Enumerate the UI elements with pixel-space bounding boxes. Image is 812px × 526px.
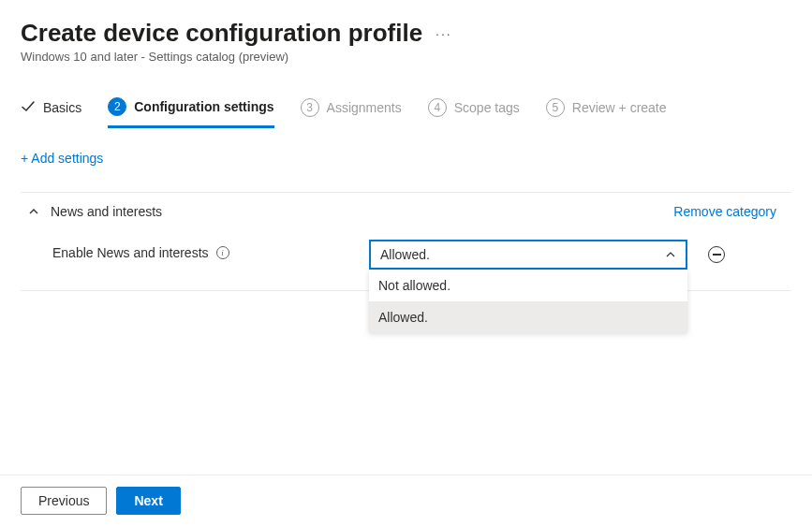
previous-button[interactable]: Previous: [21, 487, 107, 515]
wizard-step-configuration-settings[interactable]: 2 Configuration settings: [108, 97, 273, 128]
wizard-step-label: Assignments: [327, 100, 402, 115]
add-settings-link[interactable]: + Add settings: [21, 151, 103, 166]
step-number-icon: 3: [301, 98, 319, 117]
chevron-up-icon: [665, 249, 676, 260]
info-icon[interactable]: i: [216, 246, 229, 259]
more-icon[interactable]: ···: [436, 26, 452, 41]
wizard-step-assignments[interactable]: 3 Assignments: [301, 98, 402, 126]
checkmark-icon: [21, 99, 36, 117]
wizard-step-label: Scope tags: [454, 100, 520, 115]
step-number-icon: 4: [428, 98, 447, 117]
category-panel: News and interests Remove category Enabl…: [21, 192, 791, 291]
step-number-icon: 5: [546, 98, 565, 117]
dropdown-option-allowed[interactable]: Allowed.: [369, 301, 687, 333]
setting-select-value: Allowed.: [380, 247, 430, 262]
setting-select[interactable]: Allowed.: [369, 240, 687, 270]
next-button[interactable]: Next: [116, 487, 180, 515]
wizard-step-label: Basics: [43, 100, 81, 115]
remove-category-link[interactable]: Remove category: [673, 204, 776, 219]
remove-setting-icon[interactable]: [708, 246, 725, 263]
wizard-step-label: Review + create: [572, 100, 667, 115]
setting-row: Enable News and interests i Allowed. Not…: [21, 230, 791, 290]
page-title: Create device configuration profile: [21, 19, 422, 48]
page-subtitle: Windows 10 and later - Settings catalog …: [21, 50, 791, 64]
wizard-step-basics[interactable]: Basics: [21, 99, 81, 126]
wizard-step-label: Configuration settings: [134, 99, 273, 114]
footer: Previous Next: [0, 475, 812, 526]
setting-label: Enable News and interests: [52, 245, 209, 260]
wizard-steps: Basics 2 Configuration settings 3 Assign…: [21, 97, 791, 128]
dropdown-panel: Not allowed. Allowed.: [369, 270, 687, 333]
wizard-step-review-create[interactable]: 5 Review + create: [546, 98, 667, 126]
step-number-icon: 2: [108, 97, 126, 116]
category-title: News and interests: [51, 204, 673, 219]
wizard-step-scope-tags[interactable]: 4 Scope tags: [428, 98, 520, 126]
chevron-up-icon[interactable]: [28, 206, 39, 217]
category-header: News and interests Remove category: [21, 193, 791, 230]
dropdown-option-not-allowed[interactable]: Not allowed.: [369, 270, 687, 301]
